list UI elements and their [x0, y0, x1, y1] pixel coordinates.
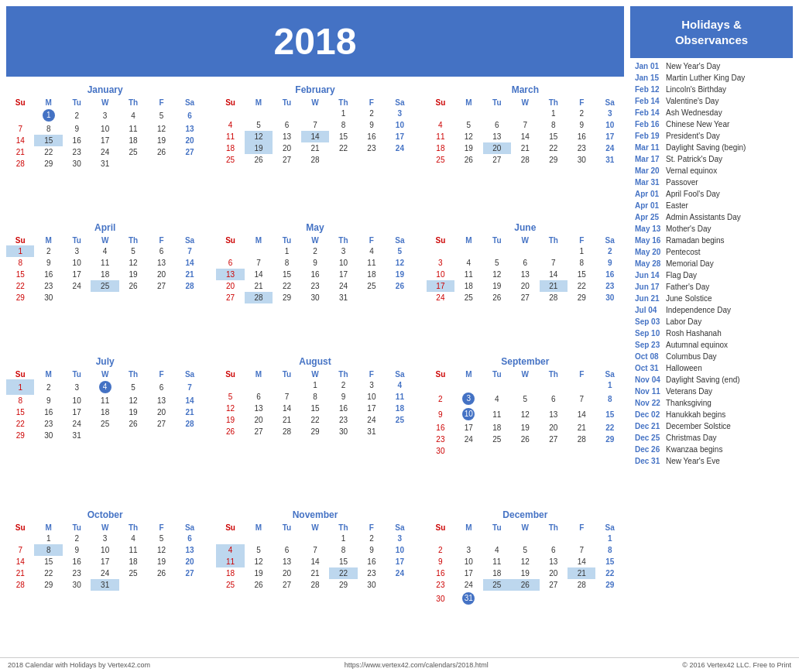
calendar-day: 26: [386, 280, 414, 292]
calendar-day: 22: [329, 567, 357, 579]
calendar-day: 11: [483, 406, 511, 422]
list-item: Feb 14Valentine's Day: [635, 96, 788, 107]
calendar-day: 22: [6, 418, 34, 430]
calendar-day: 6: [511, 257, 539, 269]
day-header: Tu: [63, 98, 91, 108]
sidebar-title: Holidays &Observances: [630, 6, 793, 58]
calendar-day: [216, 245, 244, 257]
calendar-day: 15: [595, 406, 624, 422]
calendar-day: 9: [358, 544, 386, 556]
day-header: Th: [540, 369, 568, 379]
calendar-day: 24: [63, 418, 91, 430]
calendar-day: 4: [91, 379, 118, 395]
calendar-day: [427, 379, 454, 391]
calendar-day: [454, 108, 482, 119]
day-header: Su: [6, 98, 34, 108]
holiday-date: May 20: [635, 247, 661, 258]
holiday-date: Dec 26: [635, 444, 661, 455]
day-header: F: [568, 235, 595, 245]
calendar-day: [511, 108, 539, 119]
calendar-day: 31: [329, 292, 357, 303]
list-item: Dec 26Kwanzaa begins: [635, 444, 788, 455]
list-item: Dec 31New Year's Eve: [635, 456, 788, 467]
calendar-day: 3: [386, 108, 414, 119]
month-august: AugustSuMTuWThFSa12345678910111213141516…: [216, 356, 413, 500]
day-header: F: [568, 98, 595, 108]
calendar-day: 20: [511, 280, 539, 292]
calendar-day: 28: [245, 292, 273, 303]
calendar-day: 10: [386, 119, 414, 131]
calendar-day: 21: [245, 280, 273, 292]
month-title: April: [6, 222, 204, 233]
calendar-day: 5: [216, 391, 244, 403]
day-header: Th: [540, 523, 568, 533]
calendar-day: 12: [147, 544, 175, 556]
holiday-date: Jun 14: [635, 270, 661, 281]
month-april: AprilSuMTuWThFSa123456789101112131415161…: [6, 222, 204, 347]
holiday-name: Kwanzaa begins: [666, 444, 722, 455]
holiday-date: Feb 12: [635, 84, 661, 95]
calendar-day: 6: [147, 245, 175, 257]
calendar-day: 15: [273, 269, 300, 280]
calendar-day: 11: [386, 391, 414, 403]
calendar-day: 6: [147, 379, 175, 395]
month-october: OctoberSuMTuWThFSa1234567891011121314151…: [6, 509, 204, 650]
calendar-day: 17: [63, 269, 91, 280]
day-header: Sa: [386, 98, 414, 108]
calendar-day: 20: [176, 135, 204, 146]
list-item: Sep 23Autumnal equinox: [635, 340, 788, 351]
calendar-day: [483, 533, 511, 544]
calendar-day: [147, 579, 175, 591]
calendar-day: 29: [301, 426, 329, 437]
list-item: Dec 02Hanukkah begins: [635, 410, 788, 420]
calendar-day: 11: [119, 544, 147, 556]
day-header: Sa: [595, 235, 624, 245]
calendar-day: 24: [329, 280, 357, 292]
calendar-day: 23: [427, 434, 454, 445]
calendar-day: [427, 245, 454, 257]
day-header: Sa: [176, 369, 204, 379]
calendar-day: 28: [6, 158, 34, 170]
calendar-day: 19: [454, 142, 482, 154]
day-header: W: [511, 523, 539, 533]
calendar-day: 8: [273, 257, 300, 269]
day-header: Su: [427, 98, 454, 108]
calendar-day: 17: [63, 406, 91, 418]
calendar-day: 3: [63, 379, 91, 395]
calendar-day: 10: [91, 123, 118, 135]
calendar-day: [329, 154, 357, 166]
month-november: NovemberSuMTuWThFSa123456789101112131415…: [216, 509, 413, 650]
calendar-day: [483, 591, 511, 606]
day-header: Th: [329, 98, 357, 108]
calendar-day: [454, 445, 482, 457]
calendar-day: 31: [595, 154, 624, 166]
calendar-day: 23: [358, 142, 386, 154]
list-item: Apr 01April Fool's Day: [635, 189, 788, 200]
day-header: W: [91, 98, 118, 108]
holiday-name: Thanksgiving: [666, 398, 712, 409]
month-title: May: [216, 222, 413, 233]
calendar-day: 17: [454, 422, 482, 434]
calendar-day: 19: [147, 556, 175, 567]
holiday-name: Ramadan begins: [666, 235, 725, 246]
calendar-day: 13: [273, 556, 300, 567]
day-header: F: [147, 98, 175, 108]
calendar-day: [568, 379, 595, 391]
calendar-day: [273, 379, 300, 391]
list-item: Mar 31Passover: [635, 177, 788, 188]
calendar-day: 12: [454, 131, 482, 142]
calendar-day: 29: [595, 579, 624, 591]
calendar-day: 16: [329, 403, 357, 414]
calendar-day: 7: [176, 245, 204, 257]
calendar-day: 26: [454, 154, 482, 166]
day-header: F: [147, 235, 175, 245]
calendar-day: [147, 292, 175, 303]
calendar-day: 15: [34, 135, 62, 146]
calendar-day: 14: [540, 269, 568, 280]
calendar-day: 25: [427, 154, 454, 166]
calendar-day: 13: [176, 123, 204, 135]
calendar-day: 22: [595, 567, 624, 579]
calendar-day: 7: [176, 379, 204, 395]
day-header: Tu: [483, 369, 511, 379]
calendar-day: [216, 108, 244, 119]
